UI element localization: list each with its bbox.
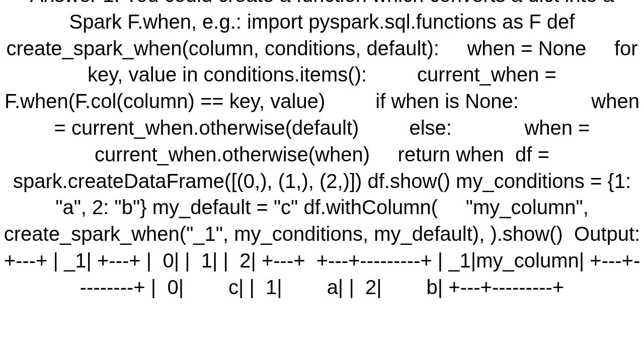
document-body: Answer 1: You could create a function wh…	[0, 0, 644, 301]
